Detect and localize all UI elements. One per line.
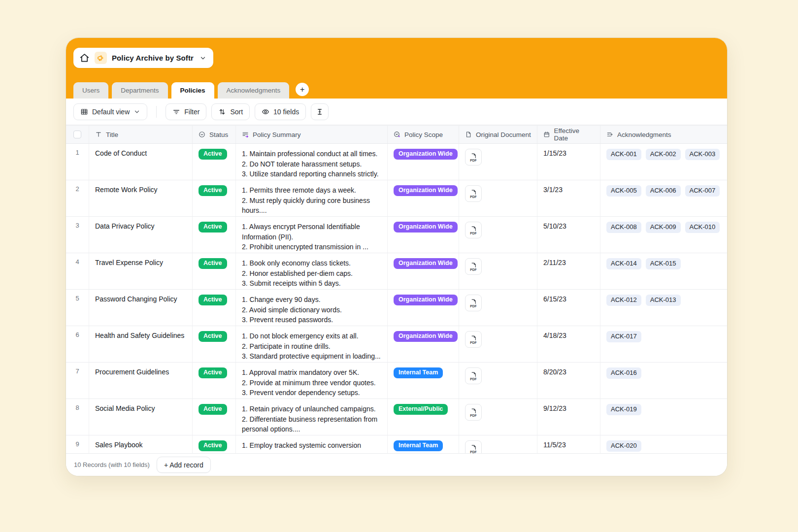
- status-badge[interactable]: Active: [199, 331, 227, 342]
- status-badge[interactable]: Active: [199, 185, 227, 196]
- column-header-summary[interactable]: Policy Summary: [236, 126, 388, 143]
- cell-title[interactable]: Data Privacy Policy: [95, 222, 155, 230]
- table-row[interactable]: 2 Remote Work Policy Active 1. Permits t…: [66, 180, 727, 217]
- tab-acknowledgments[interactable]: Acknowledgments: [218, 82, 290, 99]
- cell-title[interactable]: Health and Safety Guidelines: [95, 332, 184, 339]
- fields-button[interactable]: 10 fields: [255, 103, 306, 120]
- scope-badge[interactable]: Organization Wide: [394, 149, 458, 160]
- ack-badge[interactable]: ACK-012: [606, 295, 641, 306]
- cell-title[interactable]: Procurement Guidelines: [95, 368, 169, 376]
- ack-badge[interactable]: ACK-002: [646, 149, 681, 160]
- ack-badge[interactable]: ACK-003: [685, 149, 720, 160]
- tab-users[interactable]: Users: [73, 82, 108, 99]
- table-row[interactable]: 3 Data Privacy Policy Active 1. Always e…: [66, 217, 727, 253]
- status-badge[interactable]: Active: [199, 222, 227, 233]
- cell-summary[interactable]: 1. Maintain professional conduct at all …: [236, 144, 388, 180]
- sort-button[interactable]: Sort: [211, 103, 250, 120]
- column-header-acknowledgments[interactable]: Acknowledgments: [600, 126, 727, 143]
- table-row[interactable]: 7 Procurement Guidelines Active 1. Appro…: [66, 363, 727, 399]
- cell-summary[interactable]: 1. Permits three remote days a week. 2. …: [236, 180, 388, 216]
- status-badge[interactable]: Active: [199, 258, 227, 269]
- ack-badge[interactable]: ACK-014: [606, 258, 641, 269]
- tab-policies[interactable]: Policies: [171, 82, 214, 99]
- column-header-document[interactable]: Original Document: [459, 126, 537, 143]
- cell-summary[interactable]: 1. Approval matrix mandatory over 5K. 2.…: [236, 363, 388, 399]
- ack-badge[interactable]: ACK-019: [606, 404, 641, 415]
- status-badge[interactable]: Active: [199, 149, 227, 160]
- pdf-attachment[interactable]: PDF: [465, 331, 482, 348]
- status-badge[interactable]: Active: [199, 367, 227, 378]
- pdf-attachment[interactable]: PDF: [465, 222, 482, 238]
- table-row[interactable]: 5 Password Changing Policy Active 1. Cha…: [66, 290, 727, 326]
- cell-effective-date[interactable]: 8/20/23: [543, 368, 566, 376]
- tab-departments[interactable]: Departments: [112, 82, 167, 99]
- ack-badge[interactable]: ACK-005: [606, 185, 641, 197]
- pdf-attachment[interactable]: PDF: [465, 367, 482, 384]
- cell-title[interactable]: Social Media Policy: [95, 404, 155, 412]
- cell-summary[interactable]: 1. Book only economy class tickets. 2. H…: [236, 253, 388, 289]
- column-header-scope[interactable]: Policy Scope: [388, 126, 459, 143]
- ack-badge[interactable]: ACK-009: [646, 222, 681, 233]
- status-badge[interactable]: Active: [199, 440, 227, 451]
- view-selector[interactable]: Default view: [73, 103, 147, 120]
- table-row[interactable]: 4 Travel Expense Policy Active 1. Book o…: [66, 253, 727, 290]
- cell-title[interactable]: Travel Expense Policy: [95, 259, 163, 266]
- select-all-checkbox[interactable]: [73, 131, 81, 138]
- scope-badge[interactable]: Internal Team: [394, 440, 443, 451]
- cell-effective-date[interactable]: 1/15/23: [543, 149, 566, 157]
- table-row[interactable]: 6 Health and Safety Guidelines Active 1.…: [66, 326, 727, 363]
- base-switcher[interactable]: Policy Archive by Softr: [73, 48, 213, 68]
- pdf-attachment[interactable]: PDF: [465, 149, 482, 166]
- pdf-attachment[interactable]: PDF: [465, 258, 482, 275]
- ack-badge[interactable]: ACK-007: [685, 185, 720, 197]
- filter-button[interactable]: Filter: [166, 103, 206, 120]
- cell-effective-date[interactable]: 2/11/23: [543, 259, 566, 266]
- cell-effective-date[interactable]: 6/15/23: [543, 295, 566, 303]
- home-icon[interactable]: [79, 53, 90, 63]
- ack-badge[interactable]: ACK-001: [606, 149, 641, 160]
- column-header-status[interactable]: Status: [193, 126, 236, 143]
- scope-badge[interactable]: Organization Wide: [394, 185, 458, 196]
- scope-badge[interactable]: Organization Wide: [394, 331, 458, 342]
- status-badge[interactable]: Active: [199, 404, 227, 415]
- cell-summary[interactable]: 1. Change every 90 days. 2. Avoid simple…: [236, 290, 388, 326]
- ack-badge[interactable]: ACK-016: [606, 367, 641, 379]
- cell-effective-date[interactable]: 4/18/23: [543, 332, 566, 339]
- status-badge[interactable]: Active: [199, 295, 227, 305]
- ack-badge[interactable]: ACK-013: [646, 295, 681, 306]
- cell-title[interactable]: Code of Conduct: [95, 149, 147, 157]
- ack-badge[interactable]: ACK-008: [606, 222, 641, 233]
- cell-effective-date[interactable]: 11/5/23: [543, 441, 566, 449]
- cell-title[interactable]: Remote Work Policy: [95, 186, 158, 194]
- add-record-button[interactable]: + Add record: [157, 457, 211, 473]
- ack-badge[interactable]: ACK-006: [646, 185, 681, 197]
- ack-badge[interactable]: ACK-015: [646, 258, 681, 269]
- table-row[interactable]: 8 Social Media Policy Active 1. Retain p…: [66, 399, 727, 435]
- scope-badge[interactable]: External/Public: [394, 404, 448, 415]
- cell-effective-date[interactable]: 9/12/23: [543, 404, 566, 412]
- scope-badge[interactable]: Internal Team: [394, 367, 443, 378]
- cell-effective-date[interactable]: 5/10/23: [543, 222, 566, 230]
- add-table-button[interactable]: +: [296, 83, 309, 96]
- pdf-attachment[interactable]: PDF: [465, 404, 482, 421]
- cell-summary[interactable]: 1. Employ tracked systemic conversion: [236, 435, 388, 453]
- row-height-button[interactable]: [311, 103, 329, 120]
- scope-badge[interactable]: Organization Wide: [394, 222, 458, 233]
- cell-summary[interactable]: 1. Retain privacy of unlaunched campaign…: [236, 399, 388, 435]
- scope-badge[interactable]: Organization Wide: [394, 258, 458, 269]
- column-header-date[interactable]: Effective Date: [537, 126, 600, 143]
- cell-effective-date[interactable]: 3/1/23: [543, 186, 563, 194]
- table-row[interactable]: 1 Code of Conduct Active 1. Maintain pro…: [66, 144, 727, 180]
- ack-badge[interactable]: ACK-010: [685, 222, 720, 233]
- table-row[interactable]: 9 Sales Playbook Active 1. Employ tracke…: [66, 435, 727, 453]
- ack-badge[interactable]: ACK-017: [606, 331, 641, 342]
- cell-summary[interactable]: 1. Do not block emergency exits at all. …: [236, 326, 388, 362]
- cell-title[interactable]: Password Changing Policy: [95, 295, 177, 303]
- cell-summary[interactable]: 1. Always encrypt Personal Identifiable …: [236, 217, 388, 253]
- ack-badge[interactable]: ACK-020: [606, 440, 641, 452]
- column-header-title[interactable]: Title: [89, 126, 193, 143]
- scope-badge[interactable]: Organization Wide: [394, 295, 458, 305]
- pdf-attachment[interactable]: PDF: [465, 440, 482, 453]
- cell-title[interactable]: Sales Playbook: [95, 441, 143, 449]
- pdf-attachment[interactable]: PDF: [465, 185, 482, 202]
